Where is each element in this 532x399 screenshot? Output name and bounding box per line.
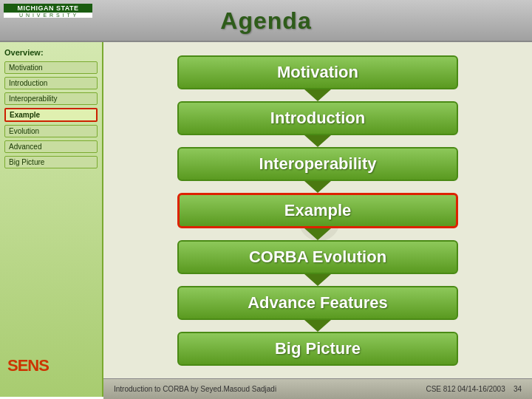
arrow-down-icon [304,181,331,193]
sens-ens: ENS [18,356,49,375]
sens-s: S [7,356,18,375]
arrow-down-icon [304,320,331,332]
agenda-item-introduction[interactable]: Introduction [177,101,458,135]
arrow-down-icon [304,135,331,147]
sidebar: Overview: MotivationIntroductionInterope… [0,42,103,397]
sidebar-item-big-picture[interactable]: Big Picture [4,156,98,168]
main-layout: Overview: MotivationIntroductionInterope… [0,42,532,397]
msu-name-line1: MICHIGAN STATE [4,4,92,13]
agenda-item-motivation[interactable]: Motivation [177,55,458,89]
footer-right: CSE 812 04/14-16/2003 34 [426,385,522,393]
agenda-item-evolution[interactable]: CORBA Evolution [177,240,458,274]
msu-logo: MICHIGAN STATE U N I V E R S I T Y [4,4,100,37]
sidebar-item-evolution[interactable]: Evolution [4,125,98,137]
footer: Introduction to CORBA by Seyed.Masoud Sa… [103,378,532,399]
sidebar-items-container: MotivationIntroductionInteroperabilityEx… [4,61,98,168]
agenda-item-example[interactable]: Example [177,193,458,228]
agenda-item-interoperability[interactable]: Interoperability [177,147,458,181]
arrow-down-icon [304,274,331,286]
sidebar-item-motivation[interactable]: Motivation [4,61,98,74]
content-area: ⊕ MotivationIntroductionInteroperability… [103,42,532,397]
sidebar-item-example[interactable]: Example [4,108,98,122]
footer-left: Introduction to CORBA by Seyed.Masoud Sa… [114,385,276,393]
agenda-item-advanced[interactable]: Advance Features [177,286,458,320]
msu-name-line2: U N I V E R S I T Y [4,13,92,18]
sidebar-item-introduction[interactable]: Introduction [4,77,98,89]
sidebar-overview-label: Overview: [4,48,98,57]
sidebar-item-interoperability[interactable]: Interoperability [4,92,98,105]
agenda-item-big-picture[interactable]: Big Picture [177,332,458,366]
agenda-wrapper: MotivationIntroductionInteroperabilityEx… [118,55,517,366]
arrow-down-icon [304,89,331,101]
arrow-down-icon [304,228,331,240]
sidebar-item-advanced[interactable]: Advanced [4,140,98,153]
sens-logo: SENS [7,356,49,375]
